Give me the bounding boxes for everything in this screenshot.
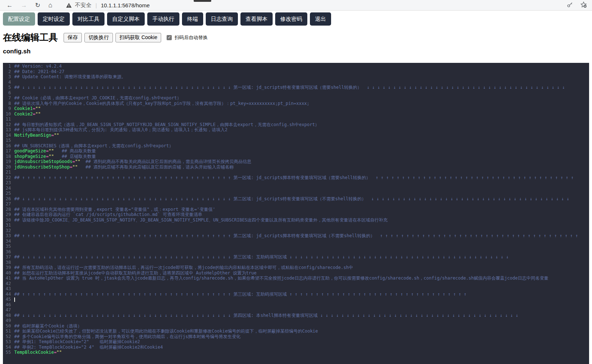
- browser-tab-remnant[interactable]: [194, 0, 211, 2]
- code-line[interactable]: 37## ↓ ↓ ↓ ↓ ↓ ↓ ↓ ↓ ↓ ↓ ↓ ↓ ↓ ↓ ↓ ↓ ↓ ↓…: [3, 254, 589, 260]
- code-text: ## 请在本区域补充其他你需要用到变量，export 变量名="变量值"，或：e…: [14, 207, 215, 212]
- reload-icon[interactable]: ↻: [35, 2, 40, 8]
- line-number: 44: [3, 292, 14, 297]
- code-line[interactable]: 22## ↑ ↑ ↑ ↑ ↑ ↑ ↑ ↑ ↑ ↑ ↑ ↑ ↑ ↑ ↑ ↑ ↑ ↑…: [3, 175, 589, 181]
- browser-chrome: ← → ↻ ⌂ 不安全 | 10.1.1.1:5678/home: [0, 0, 592, 11]
- nav-button-7[interactable]: 日志查询: [206, 12, 238, 26]
- code-line[interactable]: 3## Update Content: 调整环境变量清单的获取来源。: [3, 74, 589, 80]
- code-line[interactable]: 4: [3, 80, 589, 85]
- line-number: 3: [3, 74, 14, 80]
- code-line[interactable]: 34: [3, 239, 589, 244]
- code-line[interactable]: 25: [3, 191, 589, 196]
- line-number: 11: [3, 117, 14, 122]
- favorites-add-icon[interactable]: [580, 1, 587, 8]
- code-line[interactable]: 46: [3, 302, 589, 308]
- code-line[interactable]: 7## Cookie（必填，由脚本去export JD_COOKIE，无需在co…: [3, 95, 589, 101]
- line-number: 52: [3, 334, 14, 340]
- line-number: 23: [3, 180, 14, 186]
- nav-button-1[interactable]: 配置设定: [3, 12, 35, 26]
- code-line[interactable]: 54## 举例2: TempBlockCookie="2 4" 临时屏蔽掉Coo…: [3, 345, 589, 350]
- line-number: 13: [3, 127, 14, 133]
- code-line[interactable]: 51## 如果某些Cookie已经失效了，但暂时还没法更新，可以使用此功能在不删…: [3, 329, 589, 334]
- code-line[interactable]: 42: [3, 281, 589, 287]
- nav-button-10[interactable]: 退出: [310, 12, 331, 26]
- nav-button-4[interactable]: 自定义脚本: [107, 12, 145, 26]
- code-line[interactable]: 41## 当 AutoHelpOther 设置为 true 时，jtask会先导…: [3, 276, 589, 281]
- code-line[interactable]: 28## 请在本区域补充其他你需要用到变量，export 变量名="变量值"，或…: [3, 207, 589, 212]
- toggle-wrap-button[interactable]: 切换换行: [84, 33, 113, 42]
- code-line[interactable]: 44## ↑ ↑ ↑ ↑ ↑ ↑ ↑ ↑ ↑ ↑ ↑ ↑ ↑ ↑ ↑ ↑ ↑ ↑…: [3, 292, 589, 297]
- nav-button-5[interactable]: 手动执行: [147, 12, 179, 26]
- code-line[interactable]: 53## 举例1: TempBlockCookie="2" 临时屏蔽掉Cooki…: [3, 339, 589, 345]
- code-line[interactable]: 16## UN_SUBSCRIBES（选填，由脚本去export，无需在conf…: [3, 143, 589, 149]
- code-editor[interactable]: 1## Version: v4.2.42## Date: 2021-04-273…: [3, 63, 589, 364]
- code-line[interactable]: 1## Version: v4.2.4: [3, 64, 589, 69]
- line-number: 17: [3, 148, 14, 154]
- code-line[interactable]: 15: [3, 138, 589, 143]
- line-number: 22: [3, 175, 14, 181]
- code-line[interactable]: 27: [3, 201, 589, 207]
- auto-replace-checkbox[interactable]: ✓: [167, 35, 172, 40]
- code-line[interactable]: 40## 如想在运行互助活动脚本时直接从jcode中自动获取互助码并进行互助，请…: [3, 270, 589, 276]
- code-line[interactable]: 35: [3, 244, 589, 249]
- code-line[interactable]: 36: [3, 249, 589, 255]
- code-line[interactable]: 2## Date: 2021-04-27: [3, 69, 589, 75]
- code-text: ## 请依次填入每个用户的Cookie，Cookie的具体形式（只有pt_key…: [14, 101, 310, 106]
- nav-button-2[interactable]: 定时设定: [38, 12, 70, 26]
- code-text: ## ↑ ↑ ↑ ↑ ↑ ↑ ↑ ↑ ↑ ↑ ↑ ↑ ↑ ↑ ↑ ↑ ↑ ↑ ↑…: [14, 233, 578, 239]
- password-key-icon[interactable]: [567, 2, 573, 8]
- code-line[interactable]: 45: [3, 297, 589, 302]
- code-line[interactable]: 9Cookie1="": [3, 106, 589, 111]
- nav-button-3[interactable]: 对比工具: [72, 12, 105, 26]
- line-number: 35: [3, 244, 14, 249]
- code-text: ## Cookie（必填，由脚本去export JD_COOKIE，无需在con…: [14, 95, 181, 101]
- code-line[interactable]: 47: [3, 307, 589, 313]
- code-line[interactable]: 38: [3, 260, 589, 265]
- code-line[interactable]: 5## ↓ ↓ ↓ ↓ ↓ ↓ ↓ ↓ ↓ ↓ ↓ ↓ ↓ ↓ ↓ ↓ ↓ ↓ …: [3, 85, 589, 90]
- code-line[interactable]: 24: [3, 186, 589, 191]
- nav-button-8[interactable]: 查看脚本: [240, 12, 273, 26]
- code-text: ## 举例1: TempBlockCookie="2" 临时屏蔽掉Cookie2: [14, 339, 140, 345]
- save-button[interactable]: 保存: [64, 33, 82, 42]
- code-line[interactable]: 6: [3, 90, 589, 96]
- code-line[interactable]: 33## ↑ ↑ ↑ ↑ ↑ ↑ ↑ ↑ ↑ ↑ ↑ ↑ ↑ ↑ ↑ ↑ ↑ ↑…: [3, 233, 589, 239]
- warning-icon[interactable]: [66, 3, 72, 8]
- code-line[interactable]: 18shopPageSize="" ## 店铺取关数量: [3, 154, 589, 159]
- code-line[interactable]: 12## 每日签到的通知形式（选填，JD_BEAN_SIGN_STOP_NOTI…: [3, 122, 589, 128]
- code-line[interactable]: 55TempBlockCookie="": [3, 350, 589, 355]
- line-number: 9: [3, 106, 14, 111]
- code-line[interactable]: 23: [3, 180, 589, 186]
- code-line[interactable]: 49: [3, 318, 589, 323]
- code-line[interactable]: 14NotifyBeanSign="": [3, 133, 589, 138]
- line-number: 37: [3, 254, 14, 260]
- code-line[interactable]: 11: [3, 117, 589, 122]
- code-text: jdUnsubscribeStopGoods="" ## 遇到此商品不再取关此商…: [14, 159, 251, 164]
- back-icon[interactable]: ←: [7, 2, 13, 8]
- code-line[interactable]: 30## 该链接中除JD_COOKIE、JD_BEAN_SIGN_STOP_NO…: [3, 217, 589, 223]
- code-line[interactable]: 29## 创建容器后在容器内运行 `cat /jd/scripts/github…: [3, 212, 589, 217]
- code-text: ## Version: v4.2.4: [14, 64, 62, 69]
- address-bar[interactable]: 不安全 | 10.1.1.1:5678/home: [66, 2, 149, 9]
- code-line[interactable]: 52## 多个Cookie编号以半角的空格分隔，两侧一对半角双引号，使用此功能后…: [3, 334, 589, 340]
- code-line[interactable]: 39## 所有互助码活动，请在运行过一次需要互助的活动脚本以后，再运行一次jco…: [3, 265, 589, 270]
- code-line[interactable]: 26## ↓ ↓ ↓ ↓ ↓ ↓ ↓ ↓ ↓ ↓ ↓ ↓ ↓ ↓ ↓ ↓ ↓ ↓…: [3, 196, 589, 202]
- code-line[interactable]: 21: [3, 170, 589, 175]
- code-line[interactable]: 32: [3, 228, 589, 234]
- code-line[interactable]: 8## 请依次填入每个用户的Cookie，Cookie的具体形式（只有pt_ke…: [3, 101, 589, 106]
- code-line[interactable]: 20jdUnsubscribeStopShop="" ## 遇到此店铺不再取关此…: [3, 164, 589, 170]
- code-line[interactable]: 13## js脚本每日签到提供3种通知方式，分别为: 关闭通知，请填入0；简洁通…: [3, 127, 589, 133]
- nav-button-9[interactable]: 修改密码: [275, 12, 307, 26]
- line-number: 10: [3, 111, 14, 117]
- home-icon[interactable]: ⌂: [48, 2, 52, 8]
- editor-toolbar: 在线编辑工具 保存 切换换行 扫码获取 Cookie ✓ 扫码后自动替换: [3, 31, 589, 43]
- scan-cookie-button[interactable]: 扫码获取 Cookie: [115, 33, 161, 42]
- code-line[interactable]: 31: [3, 223, 589, 228]
- code-line[interactable]: 43: [3, 286, 589, 292]
- line-number: 54: [3, 345, 14, 350]
- code-line[interactable]: 50## 临时屏蔽某个Cookie（选填）: [3, 323, 589, 329]
- code-line[interactable]: 10Cookie2="": [3, 111, 589, 117]
- code-line[interactable]: 19jdUnsubscribeStopGoods="" ## 遇到此商品不再取关…: [3, 159, 589, 164]
- code-line[interactable]: 48## ↓ ↓ ↓ ↓ ↓ ↓ ↓ ↓ ↓ ↓ ↓ ↓ ↓ ↓ ↓ ↓ ↓ ↓…: [3, 313, 589, 318]
- nav-button-6[interactable]: 终端: [182, 12, 203, 26]
- code-line[interactable]: 17goodPageSize="" ## 商品取关数量: [3, 148, 589, 154]
